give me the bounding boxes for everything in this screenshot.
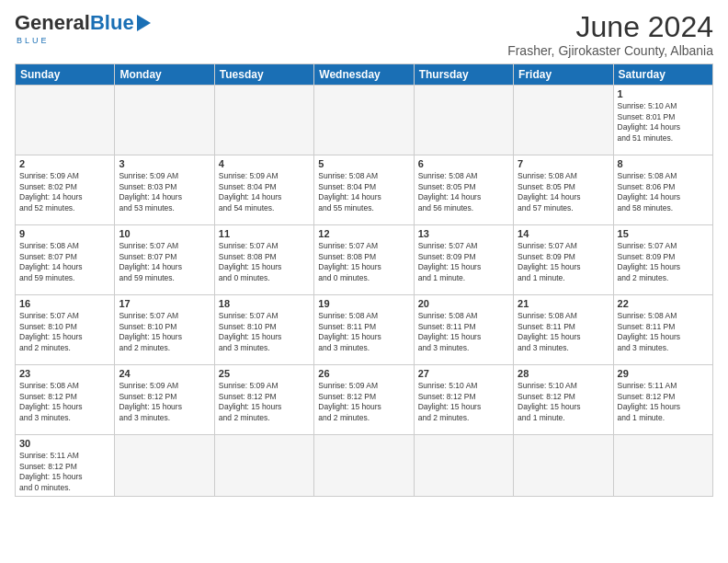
calendar-table: Sunday Monday Tuesday Wednesday Thursday… bbox=[15, 63, 713, 497]
day-info-29: Sunrise: 5:11 AM Sunset: 8:12 PM Dayligh… bbox=[618, 381, 709, 423]
logo-blue-text: Blue bbox=[90, 11, 134, 35]
day-number-30: 30 bbox=[19, 438, 110, 449]
header-thursday: Thursday bbox=[414, 64, 513, 86]
day-info-14: Sunrise: 5:07 AM Sunset: 8:09 PM Dayligh… bbox=[518, 241, 609, 283]
day-info-11: Sunrise: 5:07 AM Sunset: 8:08 PM Dayligh… bbox=[219, 241, 310, 283]
day-info-12: Sunrise: 5:07 AM Sunset: 8:08 PM Dayligh… bbox=[318, 241, 409, 283]
calendar-cell-4-1: 24Sunrise: 5:09 AM Sunset: 8:12 PM Dayli… bbox=[115, 365, 214, 435]
calendar-cell-5-3 bbox=[314, 435, 414, 497]
calendar-cell-1-4: 6Sunrise: 5:08 AM Sunset: 8:05 PM Daylig… bbox=[414, 155, 513, 225]
week-row-4: 16Sunrise: 5:07 AM Sunset: 8:10 PM Dayli… bbox=[16, 295, 713, 365]
day-info-4: Sunrise: 5:09 AM Sunset: 8:04 PM Dayligh… bbox=[219, 171, 310, 213]
calendar-cell-4-0: 23Sunrise: 5:08 AM Sunset: 8:12 PM Dayli… bbox=[16, 365, 115, 435]
day-number-29: 29 bbox=[618, 368, 709, 379]
calendar-cell-0-5 bbox=[514, 86, 613, 155]
calendar-cell-5-4 bbox=[414, 435, 513, 497]
day-info-24: Sunrise: 5:09 AM Sunset: 8:12 PM Dayligh… bbox=[119, 381, 210, 423]
calendar-cell-3-4: 20Sunrise: 5:08 AM Sunset: 8:11 PM Dayli… bbox=[414, 295, 513, 365]
day-number-21: 21 bbox=[518, 298, 609, 309]
day-number-19: 19 bbox=[318, 298, 409, 309]
day-number-7: 7 bbox=[518, 158, 609, 169]
day-number-14: 14 bbox=[518, 228, 609, 239]
header: General Blue BLUE June 2024 Frasher, Gji… bbox=[15, 11, 713, 58]
day-info-1: Sunrise: 5:10 AM Sunset: 8:01 PM Dayligh… bbox=[618, 101, 709, 144]
day-number-9: 9 bbox=[19, 228, 110, 239]
day-info-21: Sunrise: 5:08 AM Sunset: 8:11 PM Dayligh… bbox=[518, 311, 609, 353]
day-info-2: Sunrise: 5:09 AM Sunset: 8:02 PM Dayligh… bbox=[19, 171, 110, 213]
calendar-cell-4-5: 28Sunrise: 5:10 AM Sunset: 8:12 PM Dayli… bbox=[514, 365, 613, 435]
calendar-cell-3-2: 18Sunrise: 5:07 AM Sunset: 8:10 PM Dayli… bbox=[214, 295, 313, 365]
weekday-header-row: Sunday Monday Tuesday Wednesday Thursday… bbox=[16, 64, 713, 86]
calendar-cell-1-6: 8Sunrise: 5:08 AM Sunset: 8:06 PM Daylig… bbox=[613, 155, 712, 225]
week-row-5: 23Sunrise: 5:08 AM Sunset: 8:12 PM Dayli… bbox=[16, 365, 713, 435]
day-number-26: 26 bbox=[318, 368, 409, 379]
calendar-cell-4-2: 25Sunrise: 5:09 AM Sunset: 8:12 PM Dayli… bbox=[214, 365, 313, 435]
calendar-cell-5-2 bbox=[214, 435, 313, 497]
calendar-cell-3-1: 17Sunrise: 5:07 AM Sunset: 8:10 PM Dayli… bbox=[115, 295, 214, 365]
day-number-18: 18 bbox=[219, 298, 310, 309]
week-row-3: 9Sunrise: 5:08 AM Sunset: 8:07 PM Daylig… bbox=[16, 225, 713, 295]
day-info-3: Sunrise: 5:09 AM Sunset: 8:03 PM Dayligh… bbox=[119, 171, 210, 213]
calendar-cell-3-6: 22Sunrise: 5:08 AM Sunset: 8:11 PM Dayli… bbox=[613, 295, 712, 365]
calendar-cell-5-0: 30Sunrise: 5:11 AM Sunset: 8:12 PM Dayli… bbox=[16, 435, 115, 497]
day-info-25: Sunrise: 5:09 AM Sunset: 8:12 PM Dayligh… bbox=[219, 381, 310, 423]
day-number-16: 16 bbox=[19, 298, 110, 309]
header-tuesday: Tuesday bbox=[214, 64, 313, 86]
day-number-1: 1 bbox=[618, 88, 709, 99]
calendar-cell-1-5: 7Sunrise: 5:08 AM Sunset: 8:05 PM Daylig… bbox=[514, 155, 613, 225]
day-info-15: Sunrise: 5:07 AM Sunset: 8:09 PM Dayligh… bbox=[618, 241, 709, 283]
day-info-13: Sunrise: 5:07 AM Sunset: 8:09 PM Dayligh… bbox=[418, 241, 509, 283]
day-number-12: 12 bbox=[318, 228, 409, 239]
day-number-22: 22 bbox=[618, 298, 709, 309]
calendar-cell-3-5: 21Sunrise: 5:08 AM Sunset: 8:11 PM Dayli… bbox=[514, 295, 613, 365]
day-number-20: 20 bbox=[418, 298, 509, 309]
day-info-26: Sunrise: 5:09 AM Sunset: 8:12 PM Dayligh… bbox=[318, 381, 409, 423]
day-info-23: Sunrise: 5:08 AM Sunset: 8:12 PM Dayligh… bbox=[19, 381, 110, 423]
logo: General Blue BLUE bbox=[15, 11, 151, 45]
calendar-cell-2-5: 14Sunrise: 5:07 AM Sunset: 8:09 PM Dayli… bbox=[514, 225, 613, 295]
header-sunday: Sunday bbox=[16, 64, 115, 86]
page: General Blue BLUE June 2024 Frasher, Gji… bbox=[0, 0, 728, 563]
day-info-7: Sunrise: 5:08 AM Sunset: 8:05 PM Dayligh… bbox=[518, 171, 609, 213]
day-info-5: Sunrise: 5:08 AM Sunset: 8:04 PM Dayligh… bbox=[318, 171, 409, 213]
day-info-20: Sunrise: 5:08 AM Sunset: 8:11 PM Dayligh… bbox=[418, 311, 509, 353]
logo-general-text: General bbox=[15, 11, 90, 35]
day-number-4: 4 bbox=[219, 158, 310, 169]
week-row-2: 2Sunrise: 5:09 AM Sunset: 8:02 PM Daylig… bbox=[16, 155, 713, 225]
calendar-cell-2-0: 9Sunrise: 5:08 AM Sunset: 8:07 PM Daylig… bbox=[16, 225, 115, 295]
day-number-25: 25 bbox=[219, 368, 310, 379]
calendar-cell-2-4: 13Sunrise: 5:07 AM Sunset: 8:09 PM Dayli… bbox=[414, 225, 513, 295]
day-info-17: Sunrise: 5:07 AM Sunset: 8:10 PM Dayligh… bbox=[119, 311, 210, 353]
day-number-28: 28 bbox=[518, 368, 609, 379]
calendar-cell-4-3: 26Sunrise: 5:09 AM Sunset: 8:12 PM Dayli… bbox=[314, 365, 414, 435]
calendar-cell-2-1: 10Sunrise: 5:07 AM Sunset: 8:07 PM Dayli… bbox=[115, 225, 214, 295]
calendar-cell-0-1 bbox=[115, 86, 214, 155]
calendar-title: June 2024 bbox=[507, 11, 713, 43]
day-number-2: 2 bbox=[19, 158, 110, 169]
header-wednesday: Wednesday bbox=[314, 64, 414, 86]
day-number-23: 23 bbox=[19, 368, 110, 379]
calendar-cell-5-1 bbox=[115, 435, 214, 497]
calendar-cell-0-0 bbox=[16, 86, 115, 155]
calendar-cell-2-2: 11Sunrise: 5:07 AM Sunset: 8:08 PM Dayli… bbox=[214, 225, 313, 295]
calendar-cell-1-0: 2Sunrise: 5:09 AM Sunset: 8:02 PM Daylig… bbox=[16, 155, 115, 225]
calendar-cell-0-2 bbox=[214, 86, 313, 155]
week-row-1: 1Sunrise: 5:10 AM Sunset: 8:01 PM Daylig… bbox=[16, 86, 713, 155]
day-info-27: Sunrise: 5:10 AM Sunset: 8:12 PM Dayligh… bbox=[418, 381, 509, 423]
logo-tagline: BLUE bbox=[17, 36, 50, 45]
calendar-cell-1-3: 5Sunrise: 5:08 AM Sunset: 8:04 PM Daylig… bbox=[314, 155, 414, 225]
day-info-18: Sunrise: 5:07 AM Sunset: 8:10 PM Dayligh… bbox=[219, 311, 310, 353]
calendar-cell-5-5 bbox=[514, 435, 613, 497]
day-number-13: 13 bbox=[418, 228, 509, 239]
title-block: June 2024 Frasher, Gjirokaster County, A… bbox=[507, 11, 713, 58]
header-friday: Friday bbox=[514, 64, 613, 86]
header-monday: Monday bbox=[115, 64, 214, 86]
day-info-30: Sunrise: 5:11 AM Sunset: 8:12 PM Dayligh… bbox=[19, 451, 110, 493]
calendar-cell-1-1: 3Sunrise: 5:09 AM Sunset: 8:03 PM Daylig… bbox=[115, 155, 214, 225]
day-info-6: Sunrise: 5:08 AM Sunset: 8:05 PM Dayligh… bbox=[418, 171, 509, 213]
day-number-17: 17 bbox=[119, 298, 210, 309]
day-number-27: 27 bbox=[418, 368, 509, 379]
header-saturday: Saturday bbox=[613, 64, 712, 86]
day-number-8: 8 bbox=[618, 158, 709, 169]
calendar-cell-3-3: 19Sunrise: 5:08 AM Sunset: 8:11 PM Dayli… bbox=[314, 295, 414, 365]
